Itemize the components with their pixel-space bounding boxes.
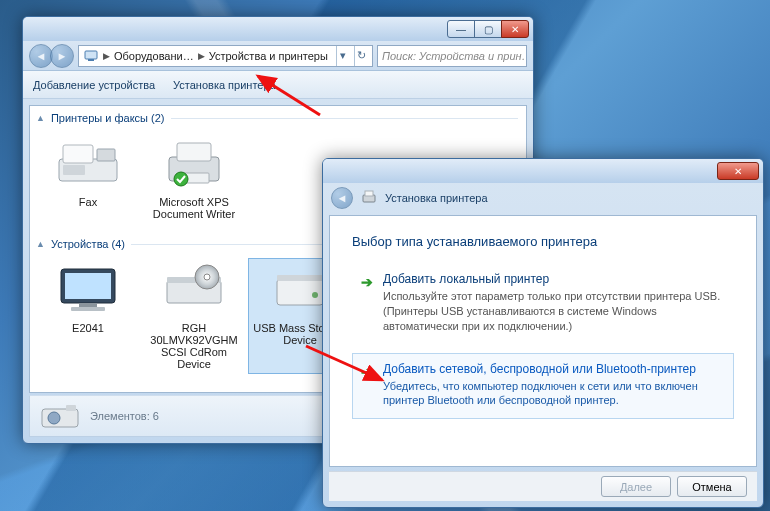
add-device-button[interactable]: Добавление устройства xyxy=(33,79,155,91)
camera-icon xyxy=(40,401,80,431)
chevron-right-icon: ▶ xyxy=(103,51,110,61)
explorer-titlebar: — ▢ ✕ xyxy=(23,17,533,41)
minimize-button[interactable]: — xyxy=(447,20,475,38)
divider xyxy=(171,118,519,119)
arrow-right-icon: ➔ xyxy=(361,274,373,290)
option-title: Добавить локальный принтер xyxy=(383,272,723,286)
window-controls: ✕ xyxy=(718,162,759,180)
svg-rect-1 xyxy=(88,59,94,61)
dialog-body: Выбор типа устанавливаемого принтера ➔ Д… xyxy=(329,215,757,467)
option-local-printer[interactable]: ➔ Добавить локальный принтер Используйте… xyxy=(352,263,734,345)
devices-icon xyxy=(83,48,99,64)
device-label: Microsoft XPS Document Writer xyxy=(144,196,244,220)
status-text: Элементов: 6 xyxy=(90,410,159,422)
device-item[interactable]: E2041 xyxy=(36,258,140,374)
option-network-printer[interactable]: ➔ Добавить сетевой, беспроводной или Blu… xyxy=(352,353,734,420)
cdrom-icon xyxy=(158,262,230,318)
monitor-icon xyxy=(52,262,124,318)
printer-icon xyxy=(158,136,230,192)
dialog-heading: Выбор типа устанавливаемого принтера xyxy=(352,234,734,249)
search-placeholder: Поиск: Устройства и прин… xyxy=(382,50,527,62)
maximize-button[interactable]: ▢ xyxy=(474,20,502,38)
device-label: RGH 30LMVK92VGHM SCSI CdRom Device xyxy=(144,322,244,370)
collapse-icon: ▲ xyxy=(36,113,45,123)
group-title: Устройства (4) xyxy=(51,238,125,250)
cancel-button[interactable]: Отмена xyxy=(677,476,747,497)
dialog-title: Установка принтера xyxy=(385,192,488,204)
window-controls: — ▢ ✕ xyxy=(448,20,529,38)
chevron-right-icon: ▶ xyxy=(198,51,205,61)
nav-buttons: ◄ ► xyxy=(29,44,74,68)
svg-rect-0 xyxy=(85,51,97,59)
svg-rect-13 xyxy=(71,307,105,311)
svg-rect-25 xyxy=(365,191,373,196)
breadcrumb-dropdown[interactable]: ▾ xyxy=(336,46,350,66)
refresh-button[interactable]: ↻ xyxy=(354,46,368,66)
breadcrumb[interactable]: ▶ Оборудовани… ▶ Устройства и принтеры ▾… xyxy=(78,45,373,67)
device-item[interactable]: RGH 30LMVK92VGHM SCSI CdRom Device xyxy=(142,258,246,374)
breadcrumb-seg-2[interactable]: Устройства и принтеры xyxy=(209,50,328,62)
close-button[interactable]: ✕ xyxy=(501,20,529,38)
dialog-header: ◄ Установка принтера xyxy=(323,183,763,213)
svg-point-9 xyxy=(174,172,188,186)
svg-rect-4 xyxy=(97,149,115,161)
svg-point-20 xyxy=(312,292,318,298)
add-printer-dialog: ✕ ◄ Установка принтера Выбор типа устана… xyxy=(322,158,764,508)
svg-point-22 xyxy=(48,412,60,424)
toolbar: Добавление устройства Установка принтера xyxy=(23,71,533,99)
svg-rect-3 xyxy=(63,145,93,163)
back-button[interactable]: ◄ xyxy=(331,187,353,209)
svg-rect-19 xyxy=(277,275,323,281)
arrow-right-icon: ➔ xyxy=(361,364,373,380)
svg-rect-11 xyxy=(65,273,111,299)
forward-button[interactable]: ► xyxy=(50,44,74,68)
printer-icon xyxy=(361,189,377,207)
svg-rect-18 xyxy=(277,279,323,305)
svg-rect-12 xyxy=(79,303,97,307)
dialog-footer: Далее Отмена xyxy=(329,471,757,501)
svg-rect-23 xyxy=(66,405,76,411)
group-title: Принтеры и факсы (2) xyxy=(51,112,165,124)
device-label: E2041 xyxy=(38,322,138,334)
svg-rect-5 xyxy=(63,165,85,175)
add-printer-button[interactable]: Установка принтера xyxy=(173,79,276,91)
svg-rect-7 xyxy=(177,143,211,161)
close-button[interactable]: ✕ xyxy=(717,162,759,180)
option-desc: Убедитесь, что компьютер подключен к сет… xyxy=(383,379,723,409)
next-button[interactable]: Далее xyxy=(601,476,671,497)
nav-row: ◄ ► ▶ Оборудовани… ▶ Устройства и принте… xyxy=(23,41,533,71)
dialog-titlebar: ✕ xyxy=(323,159,763,183)
svg-point-17 xyxy=(204,274,210,280)
device-item[interactable]: Fax xyxy=(36,132,140,224)
fax-icon xyxy=(52,136,124,192)
breadcrumb-seg-1[interactable]: Оборудовани… xyxy=(114,50,194,62)
option-desc: Используйте этот параметр только при отс… xyxy=(383,289,723,334)
search-input[interactable]: Поиск: Устройства и прин… 🔍 xyxy=(377,45,527,67)
option-title: Добавить сетевой, беспроводной или Bluet… xyxy=(383,362,723,376)
group-header-printers[interactable]: ▲ Принтеры и факсы (2) xyxy=(30,106,526,128)
device-item[interactable]: Microsoft XPS Document Writer xyxy=(142,132,246,224)
collapse-icon: ▲ xyxy=(36,239,45,249)
device-label: Fax xyxy=(38,196,138,208)
